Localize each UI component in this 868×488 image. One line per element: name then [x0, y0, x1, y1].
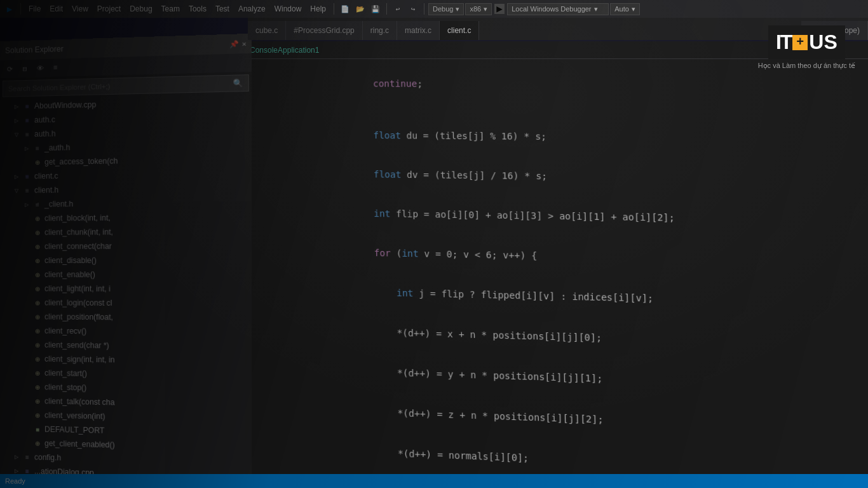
- debugger-label: Local Windows Debugger: [512, 5, 591, 13]
- open-btn[interactable]: 📂: [353, 2, 367, 16]
- play-icon: ▶: [494, 4, 505, 14]
- fn-icon-13: ⊕: [33, 369, 42, 377]
- tree-item-client-h-inner[interactable]: ▷ ≡ _client.h: [0, 195, 252, 212]
- code-editor: ConsoleApplication1 continue; fl: [245, 41, 868, 488]
- menu-analyze[interactable]: Analyze: [234, 3, 269, 15]
- undo-btn[interactable]: ↩: [391, 2, 405, 16]
- tab-processgrid[interactable]: #ProcessGrid.cpp: [286, 21, 362, 40]
- status-bar: Ready: [0, 474, 868, 488]
- tree-item-client-login[interactable]: ⊕ client_login(const cl: [0, 295, 252, 311]
- tab-clientc[interactable]: client.c: [440, 21, 479, 40]
- menu-test[interactable]: Test: [212, 3, 233, 15]
- tab-matrixc[interactable]: matrix.c: [397, 21, 440, 40]
- expand-arrow: ▷: [13, 102, 20, 110]
- c-file-icon: ≡: [23, 116, 32, 125]
- save-btn[interactable]: 💾: [369, 2, 383, 16]
- redo-btn[interactable]: ↪: [406, 2, 420, 16]
- app-icon: ▶: [3, 2, 17, 16]
- sidebar-search-box[interactable]: 🔍: [3, 74, 249, 97]
- tab-matrixc-label: matrix.c: [405, 26, 431, 35]
- logo-container: IT + US Học và Làm theo dự án thực tế: [758, 25, 855, 70]
- h-file-icon-2: ≡: [23, 186, 32, 194]
- tree-item-client-block[interactable]: ⊕ client_block(int, int,: [0, 210, 252, 226]
- fn-icon-7: ⊕: [33, 284, 42, 293]
- tree-item-client-disable[interactable]: ⊕ client_disable(): [0, 253, 252, 268]
- toolbar-sep-3: [386, 3, 387, 15]
- tree-item-client-position[interactable]: ⊕ client_position(float,: [0, 309, 252, 325]
- toolbar: ▶ File Edit View Project Debug Team Tool…: [0, 0, 868, 18]
- new-file-btn[interactable]: 📄: [338, 2, 352, 16]
- tree-item-client-chunk[interactable]: ⊕ client_chunk(int, int,: [0, 224, 252, 240]
- toolbar-sep-1: [20, 3, 21, 15]
- tree-view: ▷ ≡ AboutWindow.cpp ▷ ≡ auth.c ▽ ≡ auth.…: [0, 94, 252, 485]
- tab-ringc[interactable]: ring.c: [363, 21, 397, 40]
- fn-icon-10: ⊕: [33, 326, 42, 335]
- fn-icon-11: ⊕: [33, 341, 42, 349]
- menu-team[interactable]: Team: [158, 3, 184, 15]
- fn-icon-15: ⊕: [33, 396, 42, 405]
- menu-tools[interactable]: Tools: [185, 3, 210, 15]
- menu-help[interactable]: Help: [306, 3, 330, 15]
- h-file-icon: ≡: [23, 130, 32, 139]
- code-line-continue: continue;: [245, 64, 868, 105]
- fn-icon-5: ⊕: [33, 256, 42, 265]
- search-icon: 🔍: [233, 78, 243, 88]
- code-window-title: ConsoleApplication1: [250, 46, 319, 55]
- tab-ringc-label: ring.c: [370, 26, 389, 35]
- collapse-all-btn[interactable]: ⊟: [18, 62, 32, 76]
- sidebar-pin-btn[interactable]: 📌: [230, 39, 240, 48]
- show-all-btn[interactable]: 👁: [33, 61, 47, 76]
- tree-item-client-light[interactable]: ⊕ client_light(int, int, i: [0, 281, 252, 297]
- tab-processgrid-label: #ProcessGrid.cpp: [294, 26, 354, 35]
- fn-icon-12: ⊕: [33, 355, 42, 363]
- expand-arrow: ▷: [13, 116, 20, 124]
- cpp-file-icon: ≡: [23, 102, 32, 111]
- fn-icon-3: ⊕: [33, 228, 42, 237]
- menu-file[interactable]: File: [25, 3, 44, 15]
- expand-arrow-open-2: ▽: [13, 187, 20, 194]
- platform-arrow: ▾: [484, 5, 487, 13]
- filter-btn[interactable]: ≡: [48, 60, 62, 75]
- debugger-dropdown[interactable]: Local Windows Debugger ▾: [507, 3, 609, 15]
- code-content[interactable]: continue; float du = (tiles[j] % 16) * s…: [245, 59, 868, 488]
- expand-arrow: ▷: [23, 144, 31, 152]
- fn-icon-17: ⊕: [33, 438, 42, 447]
- logo-us-text: US: [809, 30, 837, 54]
- fn-icon-9: ⊕: [33, 312, 42, 321]
- tab-cubec[interactable]: cube.c: [248, 21, 286, 40]
- menu-debug[interactable]: Debug: [126, 3, 156, 15]
- expand-arrow-3: ▷: [23, 201, 31, 208]
- logo-tagline: Học và Làm theo dự án thực tế: [758, 62, 855, 70]
- debug-config-label: Debug: [433, 5, 453, 13]
- logo-plus-container: +: [791, 31, 809, 54]
- logo-it-text: IT: [776, 30, 791, 54]
- solution-config-dropdown[interactable]: Auto ▾: [610, 3, 640, 15]
- platform-dropdown[interactable]: x86 ▾: [465, 3, 492, 15]
- fn-icon-2: ⊕: [33, 214, 42, 223]
- toolbar-sep-4: [424, 3, 424, 15]
- tree-item-client-connect[interactable]: ⊕ client_connect(char: [0, 239, 252, 254]
- code-line-du: float du = (tiles[j] % 16) * s;: [245, 115, 868, 159]
- solution-explorer: Solution Explorer 📌 ✕ ⟳ ⊟ 👁 ≡ 🔍 ▷ ≡ Abou…: [0, 34, 252, 488]
- h-inner-icon-2: ≡: [33, 200, 42, 208]
- sidebar-search-input[interactable]: [8, 79, 233, 93]
- fn-icon-4: ⊕: [33, 242, 42, 251]
- solution-config-arrow: ▾: [632, 5, 635, 13]
- sync-btn[interactable]: ⟳: [3, 62, 17, 76]
- h-inner-icon: ≡: [33, 144, 42, 152]
- sidebar-window-controls: 📌 ✕: [230, 39, 247, 48]
- fn-icon: ⊕: [33, 158, 42, 166]
- menu-window[interactable]: Window: [271, 3, 306, 15]
- tree-item-client-enable[interactable]: ⊕ client_enable(): [0, 268, 252, 282]
- expand-arrow-open: ▽: [13, 130, 20, 138]
- menu-view[interactable]: View: [68, 3, 92, 15]
- tab-clientc-label: client.c: [447, 26, 471, 35]
- c-file-icon-2: ≡: [23, 172, 32, 180]
- status-message: Ready: [5, 477, 25, 485]
- menu-project[interactable]: Project: [93, 3, 125, 15]
- h-file-icon-3: ≡: [23, 452, 32, 461]
- sidebar-close-btn[interactable]: ✕: [242, 39, 247, 48]
- expand-arrow-4: ▷: [13, 453, 20, 461]
- menu-edit[interactable]: Edit: [46, 3, 67, 15]
- debug-config-dropdown[interactable]: Debug ▾: [428, 3, 464, 15]
